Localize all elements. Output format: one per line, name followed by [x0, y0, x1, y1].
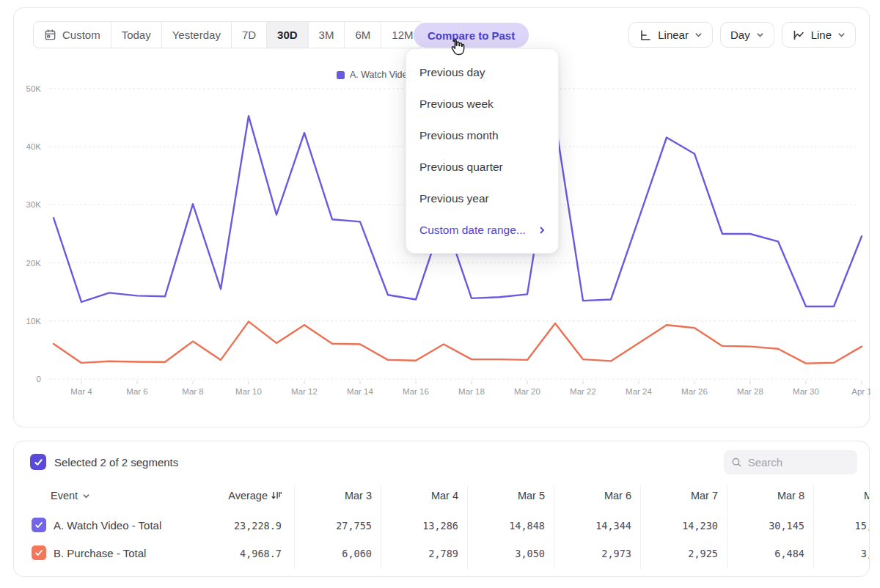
x-axis-tick-label: Mar 12 [291, 387, 318, 396]
table-cell: 2,973 [601, 548, 631, 559]
compare-to-past-menu: Previous dayPrevious weekPrevious monthP… [406, 48, 559, 254]
sort-descending-icon [271, 490, 282, 501]
x-axis-tick-label: Mar 6 [126, 387, 147, 396]
column-separator [467, 485, 468, 569]
column-header-average[interactable]: Average [228, 490, 282, 501]
x-axis-tick-label: Mar 14 [347, 387, 373, 396]
column-separator [294, 485, 295, 569]
menu-item-previous-quarter[interactable]: Previous quarter [406, 151, 558, 183]
y-axis-tick-label: 50K [26, 84, 42, 93]
event-header-label: Event [51, 490, 78, 501]
x-axis-tick-label: Mar 16 [403, 387, 429, 396]
column-header-mar-5[interactable]: Mar 5 [518, 490, 545, 501]
check-icon [34, 548, 43, 557]
column-header-mar-4[interactable]: Mar 4 [431, 490, 458, 501]
segments-table-card: Selected 2 of 2 segments Event Average M… [13, 441, 870, 577]
column-separator [640, 485, 641, 569]
table-cell: 30,145 [769, 520, 804, 532]
selected-segments-label: Selected 2 of 2 segments [54, 456, 178, 468]
table-cell: 13,286 [422, 520, 458, 532]
table-cell: 14,344 [595, 520, 631, 532]
y-axis-tick-label: 10K [26, 317, 42, 326]
y-axis-tick-label: 20K [26, 259, 42, 268]
table-cell: 14,848 [509, 520, 545, 532]
check-icon [34, 457, 43, 467]
y-axis-tick-label: 0 [37, 375, 41, 383]
custom-date-range-label: Custom date range... [419, 224, 526, 237]
column-header-mar-3[interactable]: Mar 3 [345, 490, 372, 501]
table-cell: 2,925 [688, 548, 718, 559]
x-axis-tick-label: Mar 30 [793, 387, 819, 396]
check-icon [34, 521, 43, 529]
column-header-mar-7[interactable]: Mar 7 [691, 490, 718, 501]
menu-item-previous-year[interactable]: Previous year [406, 183, 558, 214]
x-axis-tick-label: Mar 18 [458, 387, 485, 396]
table-cell: 6,060 [342, 548, 372, 559]
x-axis-tick-label: Mar 10 [235, 387, 262, 396]
column-separator [813, 485, 814, 569]
segment-checkbox-b-purchase-total[interactable] [32, 545, 46, 560]
menu-item-previous-month[interactable]: Previous month [406, 120, 558, 151]
table-cell: 23,228.9 [234, 520, 282, 532]
table-cell: 15, [855, 520, 870, 532]
x-axis-tick-label: Mar 28 [737, 387, 763, 396]
y-axis-tick-label: 40K [26, 142, 42, 151]
table-cell: 2,789 [428, 548, 458, 559]
table-cell: 3,050 [515, 548, 545, 559]
y-axis-tick-label: 30K [26, 200, 42, 209]
series-line-b-purchase-total[interactable] [54, 322, 862, 364]
select-all-checkbox[interactable] [30, 454, 46, 470]
menu-item-previous-week[interactable]: Previous week [406, 88, 558, 120]
x-axis-tick-label: Mar 26 [681, 387, 708, 396]
column-header-mar-6[interactable]: Mar 6 [604, 490, 631, 501]
table-cell: 6,484 [774, 548, 804, 559]
column-separator [727, 485, 727, 569]
search-input[interactable] [748, 456, 850, 468]
analytics-report-page: CustomTodayYesterday7D30D3M6M12M Compare… [0, 0, 880, 588]
chevron-right-icon [538, 226, 546, 235]
segment-label[interactable]: B. Purchase - Total [54, 547, 146, 559]
menu-item-custom-date-range[interactable]: Custom date range... [406, 214, 558, 246]
x-axis-tick-label: Apr 1 [851, 387, 870, 396]
column-header-m[interactable]: M [864, 490, 870, 501]
table-cell: 14,230 [682, 520, 718, 532]
event-column-header[interactable]: Event [51, 490, 90, 501]
table-cell: 3, [861, 548, 870, 559]
x-axis-tick-label: Mar 24 [626, 387, 652, 396]
x-axis-tick-label: Mar 22 [570, 387, 596, 396]
column-separator [554, 485, 554, 569]
column-header-mar-8[interactable]: Mar 8 [777, 490, 804, 501]
search-icon [731, 456, 742, 468]
chevron-down-icon [82, 492, 90, 500]
x-axis-tick-label: Mar 20 [514, 387, 540, 396]
column-separator [381, 485, 381, 569]
segment-label[interactable]: A. Watch Video - Total [54, 519, 161, 532]
x-axis-tick-label: Mar 4 [70, 387, 92, 396]
segment-checkbox-a-watch-video-total[interactable] [32, 518, 46, 532]
x-axis-tick-label: Mar 8 [182, 387, 203, 396]
segments-search [724, 450, 857, 474]
table-cell: 4,968.7 [240, 548, 282, 559]
menu-item-previous-day[interactable]: Previous day [406, 56, 558, 88]
table-cell: 27,755 [336, 520, 372, 532]
